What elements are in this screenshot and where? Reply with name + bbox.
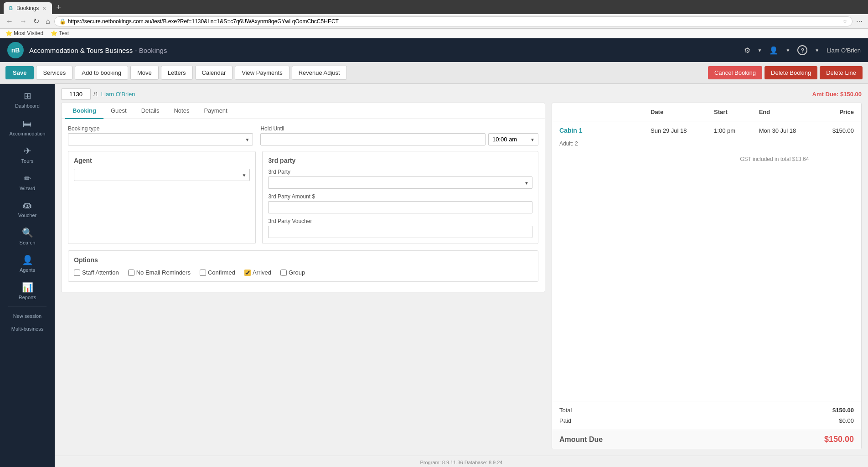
third-party-amount-input[interactable] xyxy=(268,201,532,213)
search-icon: 🔍 xyxy=(22,227,33,238)
paid-row: Paid $0.00 xyxy=(559,415,854,426)
settings-icon[interactable]: ⚙ xyxy=(744,46,750,55)
services-button[interactable]: Services xyxy=(36,66,72,80)
tab-details[interactable]: Details xyxy=(134,103,167,119)
cabin-name[interactable]: Cabin 1 xyxy=(552,121,643,140)
app-title: Accommodation & Tours Business - Booking… xyxy=(29,47,167,54)
reports-label: Reports xyxy=(19,295,36,300)
staff-attention-checkbox[interactable] xyxy=(74,270,80,276)
booking-ref-input[interactable] xyxy=(61,88,91,100)
view-payments-button[interactable]: View Payments xyxy=(235,66,289,80)
main-area: ⊞ Dashboard 🛏 Accommodation ✈ Tours ✏ Wi… xyxy=(0,84,868,467)
options-section: Options Staff Attention No Email Reminde… xyxy=(68,250,538,282)
top-bar: nB Accommodation & Tours Business - Book… xyxy=(0,38,868,62)
booking-type-label: Booking type xyxy=(68,125,253,132)
close-icon[interactable]: × xyxy=(42,5,46,12)
address-bar[interactable]: 🔒 https://secure.netbookings.com.au/test… xyxy=(54,16,852,26)
confirmed-label: Confirmed xyxy=(208,269,235,276)
sidebar-item-search[interactable]: 🔍 Search xyxy=(0,222,55,249)
time-select[interactable]: 10:00 am xyxy=(488,133,538,145)
staff-attention-option: Staff Attention xyxy=(74,269,119,276)
footer: Program: 8.9.11.36 Database: 8.9.24 xyxy=(55,456,868,467)
col-date: Date xyxy=(643,103,707,121)
user-name: Liam O'Brien xyxy=(827,47,861,54)
tabs-container: Booking Guest Details Notes Payment xyxy=(61,103,545,119)
save-button[interactable]: Save xyxy=(5,66,34,79)
user-profile-icon[interactable]: 👤 xyxy=(769,46,778,55)
sidebar-item-wizard[interactable]: ✏ Wizard xyxy=(0,167,55,195)
hold-until-label: Hold Until xyxy=(260,125,538,132)
pricing-header-row: Date Start End Price xyxy=(552,103,861,121)
reports-icon: 📊 xyxy=(22,282,33,293)
pricing-table: Date Start End Price Cabin 1 Sun 29 Jul … xyxy=(552,103,861,168)
nav-forward-button[interactable]: → xyxy=(17,16,29,26)
pricing-panel: Date Start End Price Cabin 1 Sun 29 Jul … xyxy=(552,103,862,449)
customer-name-link[interactable]: Liam O'Brien xyxy=(101,91,135,98)
amount-due-value: $150.00 xyxy=(824,435,854,444)
booking-type-row: Booking type ▼ Hold Until xyxy=(68,125,538,145)
tab-payment[interactable]: Payment xyxy=(196,103,234,119)
third-party-panel: 3rd party 3rd Party ▼ xyxy=(262,151,538,244)
help-icon[interactable]: ? xyxy=(797,45,807,55)
tab-booking[interactable]: Booking xyxy=(65,103,103,119)
total-label: Total xyxy=(559,407,572,414)
options-title: Options xyxy=(74,256,532,264)
revenue-adjust-button[interactable]: Revenue Adjust xyxy=(292,66,347,80)
tab-guest[interactable]: Guest xyxy=(103,103,134,119)
tours-label: Tours xyxy=(21,158,34,164)
third-party-voucher-input[interactable] xyxy=(268,226,532,238)
options-row: Staff Attention No Email Reminders Confi… xyxy=(74,269,532,276)
multi-business-item[interactable]: Multi-business xyxy=(0,322,55,335)
new-tab-button[interactable]: + xyxy=(54,3,64,14)
delete-booking-button[interactable]: Delete Booking xyxy=(765,66,817,79)
agent-party-row: Agent ▼ 3rd party xyxy=(68,151,538,244)
cabin-start: 1:00 pm xyxy=(707,121,752,140)
ref-slash: /1 xyxy=(93,91,98,98)
group-checkbox[interactable] xyxy=(280,270,287,276)
sidebar-item-voucher[interactable]: 🎟 Voucher xyxy=(0,195,55,222)
hold-until-group: Hold Until 10:00 am ▼ xyxy=(260,125,538,145)
cancel-booking-button[interactable]: Cancel Booking xyxy=(708,66,762,79)
bookmark-most-visited[interactable]: ⭐ Most Visited xyxy=(5,30,43,36)
bookmark-test-icon: ⭐ xyxy=(51,30,57,36)
sidebar-item-accommodation[interactable]: 🛏 Accommodation xyxy=(0,113,55,140)
no-email-reminders-checkbox[interactable] xyxy=(128,270,134,276)
search-label: Search xyxy=(20,240,36,245)
booking-type-select-wrapper: ▼ xyxy=(68,133,253,145)
nav-home-button[interactable]: ⌂ xyxy=(43,16,52,26)
tab-notes[interactable]: Notes xyxy=(166,103,196,119)
browser-chrome: B Bookings × + xyxy=(0,0,868,14)
star-icon[interactable]: ☆ xyxy=(842,18,847,25)
third-party-label: 3rd Party xyxy=(268,169,532,175)
nav-refresh-button[interactable]: ↻ xyxy=(31,16,41,26)
agent-select[interactable] xyxy=(74,169,250,181)
bookmark-test[interactable]: ⭐ Test xyxy=(51,30,69,36)
col-price: Price xyxy=(816,103,861,121)
sidebar: ⊞ Dashboard 🛏 Accommodation ✈ Tours ✏ Wi… xyxy=(0,84,55,467)
sidebar-item-reports[interactable]: 📊 Reports xyxy=(0,276,55,304)
browser-tab[interactable]: B Bookings × xyxy=(4,2,52,14)
hold-until-input[interactable] xyxy=(260,133,486,145)
sidebar-item-tours[interactable]: ✈ Tours xyxy=(0,140,55,167)
menu-icon[interactable]: ⋯ xyxy=(854,18,864,25)
third-party-amount-label: 3rd Party Amount $ xyxy=(268,193,532,200)
third-party-field: 3rd Party ▼ xyxy=(268,169,532,189)
move-button[interactable]: Move xyxy=(130,66,159,80)
third-party-select[interactable] xyxy=(268,176,532,189)
staff-attention-label: Staff Attention xyxy=(82,269,119,276)
confirmed-checkbox[interactable] xyxy=(200,270,206,276)
nav-back-button[interactable]: ← xyxy=(4,16,16,26)
arrived-checkbox[interactable] xyxy=(244,270,251,276)
booking-type-select[interactable] xyxy=(68,133,253,145)
sidebar-item-agents[interactable]: 👤 Agents xyxy=(0,249,55,276)
add-to-booking-button[interactable]: Add to booking xyxy=(75,66,128,80)
delete-line-button[interactable]: Delete Line xyxy=(820,66,863,79)
logo: nB xyxy=(7,42,24,58)
app-title-main: Accommodation & Tours Business xyxy=(29,47,133,54)
letters-button[interactable]: Letters xyxy=(161,66,193,80)
sidebar-item-dashboard[interactable]: ⊞ Dashboard xyxy=(0,84,55,113)
booking-content: Booking Guest Details Notes Payment Book… xyxy=(55,103,868,456)
no-email-reminders-option: No Email Reminders xyxy=(128,269,191,276)
new-session-item[interactable]: New session xyxy=(0,310,55,322)
calendar-button[interactable]: Calendar xyxy=(195,66,233,80)
